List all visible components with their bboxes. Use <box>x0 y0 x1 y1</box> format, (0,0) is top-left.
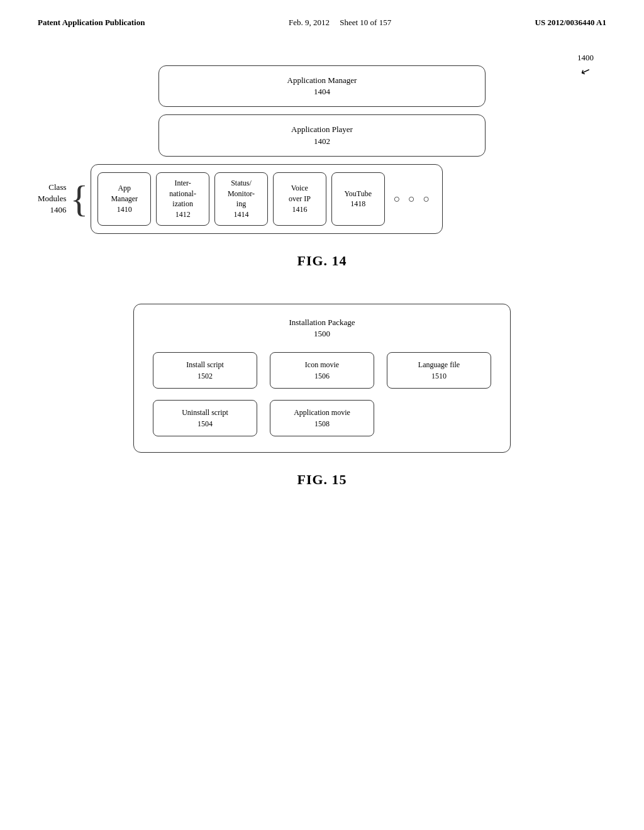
empty-cell <box>387 400 491 436</box>
uninstall-script-title: Uninstall script <box>182 408 228 417</box>
module-app-manager: AppManager1410 <box>97 172 151 226</box>
header-left: Patent Application Publication <box>38 18 145 28</box>
page-header: Patent Application Publication Feb. 9, 2… <box>0 0 644 28</box>
class-modules-number: 1406 <box>50 205 67 214</box>
module-youtube: YouTube1418 <box>331 172 385 226</box>
app-movie-box: Application movie 1508 <box>270 400 374 436</box>
module-status-monitoring: Status/Monitor-ing1414 <box>214 172 268 226</box>
icon-movie-box: Icon movie 1506 <box>270 352 374 389</box>
language-file-box: Language file 1510 <box>387 352 491 389</box>
install-script-number: 1502 <box>197 372 213 380</box>
publication-label: Patent Application Publication <box>38 18 145 27</box>
installation-package-number: 1500 <box>314 329 330 338</box>
module-app-manager-text: AppManager1410 <box>111 183 138 214</box>
patent-number: US 2012/0036440 A1 <box>535 18 606 27</box>
module-internationalization: Inter-national-ization1412 <box>156 172 209 226</box>
sheet-number: Sheet 10 of 157 <box>340 18 391 27</box>
language-file-title: Language file <box>418 360 460 369</box>
app-movie-title: Application movie <box>294 408 350 417</box>
app-manager-box: Application Manager 1404 <box>158 65 486 107</box>
module-youtube-text: YouTube1418 <box>344 189 372 210</box>
brace-icon: { <box>70 180 89 218</box>
uninstall-script-box: Uninstall script 1504 <box>153 400 257 436</box>
app-player-number: 1402 <box>314 136 330 146</box>
fig15-label: FIG. 15 <box>38 472 606 488</box>
install-script-box: Install script 1502 <box>153 352 257 389</box>
header-center: Feb. 9, 2012 Sheet 10 of 157 <box>289 18 391 28</box>
ref-1400: 1400 ↙ <box>577 53 594 78</box>
class-modules-label: ClassModules1406 <box>38 182 67 216</box>
language-file-number: 1510 <box>431 372 447 380</box>
modules-container: AppManager1410 Inter-national-ization141… <box>91 164 443 234</box>
ref-1400-arrow: ↙ <box>575 62 596 80</box>
app-player-box: Application Player 1402 <box>158 114 486 156</box>
install-grid: Install script 1502 Icon movie 1506 Lang… <box>153 352 491 436</box>
class-modules-row: ClassModules1406 { AppManager1410 Inter-… <box>38 164 606 234</box>
fig14-section: 1400 ↙ Application Manager 1404 Applicat… <box>38 65 606 269</box>
fig15-section: Installation Package 1500 Install script… <box>38 304 606 488</box>
publication-date: Feb. 9, 2012 <box>289 18 330 27</box>
more-modules-dots: ○ ○ ○ <box>390 172 436 226</box>
icon-movie-number: 1506 <box>314 372 330 380</box>
main-content: 1400 ↙ Application Manager 1404 Applicat… <box>0 65 644 488</box>
icon-movie-title: Icon movie <box>305 360 339 369</box>
module-intl-text: Inter-national-ization1412 <box>169 178 196 220</box>
module-voip: Voiceover IP1416 <box>273 172 326 226</box>
installation-package-title: Installation Package <box>289 318 355 327</box>
fig14-label: FIG. 14 <box>38 253 606 269</box>
installation-package-box: Installation Package 1500 Install script… <box>133 304 511 453</box>
install-script-title: Install script <box>186 360 224 369</box>
dots-label: ○ ○ ○ <box>394 192 433 206</box>
app-player-title: Application Player <box>291 124 353 134</box>
app-movie-number: 1508 <box>314 419 330 428</box>
ref-1400-label: 1400 <box>577 53 594 62</box>
app-manager-number: 1404 <box>314 87 330 96</box>
uninstall-script-number: 1504 <box>197 419 213 428</box>
installation-title: Installation Package 1500 <box>153 317 491 340</box>
app-manager-title: Application Manager <box>287 75 357 85</box>
fig15-label-text: FIG. 15 <box>297 472 347 487</box>
fig14-label-text: FIG. 14 <box>297 253 347 268</box>
module-status-text: Status/Monitor-ing1414 <box>228 178 255 220</box>
header-right: US 2012/0036440 A1 <box>535 18 606 28</box>
module-voip-text: Voiceover IP1416 <box>289 183 311 214</box>
